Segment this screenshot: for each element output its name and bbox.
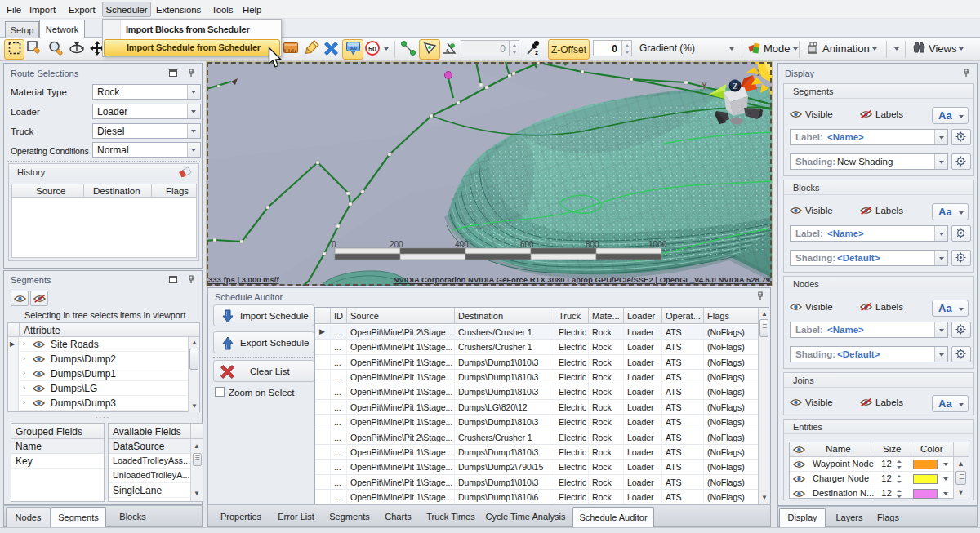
svg-text:z: z <box>446 48 448 53</box>
svg-text:200: 200 <box>390 240 403 249</box>
svg-text:0: 0 <box>332 240 336 249</box>
svg-text:50: 50 <box>368 45 376 53</box>
svg-text:NVIDIA Corporation NVIDIA GeFo: NVIDIA Corporation NVIDIA GeForce RTX 30… <box>394 275 770 284</box>
svg-text:z: z <box>535 49 538 56</box>
svg-text:Z: Z <box>733 82 738 91</box>
svg-text:333 fps | 3.000 ms/f: 333 fps | 3.000 ms/f <box>208 275 279 284</box>
svg-text:800: 800 <box>586 240 599 249</box>
svg-text:Y: Y <box>702 82 707 91</box>
svg-text:600: 600 <box>520 240 534 249</box>
svg-text:400: 400 <box>455 240 469 249</box>
svg-text:000: 000 <box>350 46 357 51</box>
svg-text:1000: 1000 <box>648 240 667 249</box>
